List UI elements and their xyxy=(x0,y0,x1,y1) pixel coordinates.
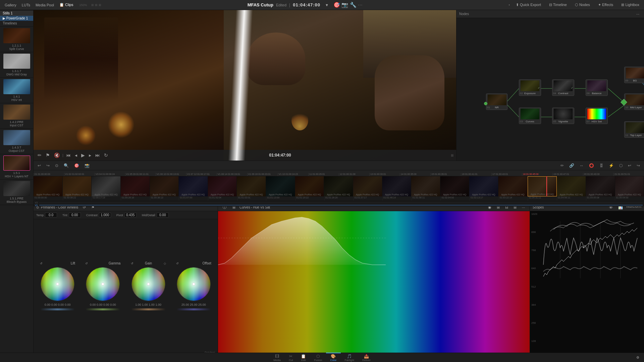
pivot-value[interactable]: 0.435 xyxy=(124,213,137,218)
node-vignette[interactable]: Vignette 05 xyxy=(552,108,574,124)
skip-back-btn[interactable]: ⏮ xyxy=(65,152,72,159)
nodes-options[interactable]: ··· xyxy=(634,11,641,17)
tint-value[interactable]: 0.00 xyxy=(69,213,81,218)
tab-cut[interactable]: ✂ Cut xyxy=(285,353,297,362)
list-item[interactable]: 1.4.2.PREInput CST xyxy=(0,103,33,129)
tab-fairlight[interactable]: 🎵 Fairlight xyxy=(341,353,358,362)
gamma-reset-icon[interactable]: ↺ xyxy=(85,262,88,265)
node-balance[interactable]: Balance 06 xyxy=(586,79,608,96)
offset-reset-icon[interactable]: ↺ xyxy=(176,262,179,265)
node-mid-layer[interactable]: Mid Layer 10 xyxy=(624,94,644,110)
clip-thumbnail[interactable]: Apple ProRes 422 HQ xyxy=(411,176,440,196)
node-hsv-set[interactable]: HSV Set 07 xyxy=(586,108,608,124)
node-nr[interactable]: NR 01 xyxy=(486,94,507,110)
tl-tool-1[interactable]: ↩ xyxy=(36,163,42,169)
nodes-btn[interactable]: ⬡ Nodes xyxy=(573,2,592,8)
settings-btn[interactable]: ⚙ xyxy=(634,355,641,360)
tab-color[interactable]: 🎨 Color xyxy=(326,353,340,362)
clip-thumbnail[interactable]: Apple ProRes 422 HQ xyxy=(324,176,353,196)
clip-thumbnail[interactable]: Apple ProRes 422 HQ xyxy=(121,176,150,196)
list-item[interactable]: 1.5.1.PREBleach Bypass xyxy=(0,180,33,205)
flag-tool[interactable]: ⚑ xyxy=(44,152,51,159)
lightbox-btn[interactable]: ⊞ Lightbox xyxy=(619,2,641,8)
sidebar-timelines[interactable]: Timelines xyxy=(0,21,33,26)
clip-thumbnail[interactable]: Apple ProRes 422 HQ xyxy=(266,176,295,196)
nav-luts[interactable]: LUTs xyxy=(20,2,32,8)
tl-tool-4[interactable]: 🔍 xyxy=(62,163,70,169)
tab-deliver[interactable]: 📤 Deliver xyxy=(358,353,375,362)
clip-thumbnail[interactable]: Apple ProRes 422 HQ xyxy=(63,176,92,196)
expand-btn[interactable]: ⊞ xyxy=(451,154,453,157)
node-top-layer[interactable]: Top Layer 11 xyxy=(624,121,644,138)
clip-thumbnail[interactable]: Apple ProRes 422 HQ xyxy=(295,176,324,196)
playhead[interactable] xyxy=(546,176,547,196)
tl-tool-r3[interactable]: ↔ xyxy=(578,163,585,169)
tab-edit[interactable]: 📋 Edit xyxy=(297,353,310,362)
tl-tool-3[interactable]: ⊙ xyxy=(54,163,60,169)
tl-tool-r9[interactable]: ↪ xyxy=(635,163,641,169)
temp-value[interactable]: 0.0 xyxy=(45,213,57,218)
clip-thumbnail[interactable]: Apple ProRes 422 HQ xyxy=(237,176,266,196)
lift-wheel[interactable] xyxy=(40,266,75,302)
timeline-btn[interactable]: ⊟ Timeline xyxy=(547,2,569,8)
gain-extra-icon[interactable]: ◇ xyxy=(164,262,166,265)
clip-thumbnail[interactable]: Apple ProRes 422 HQ xyxy=(208,176,237,196)
tl-tool-r6[interactable]: ⚡ xyxy=(607,163,615,169)
node-curves[interactable]: Curves 03 xyxy=(519,108,541,124)
loop-btn[interactable]: ↻ xyxy=(103,152,109,159)
tl-tool-r1[interactable]: ✏ xyxy=(559,163,565,169)
tl-tool-2[interactable]: ↪ xyxy=(45,163,51,169)
contrast-value[interactable]: 1.000 xyxy=(99,213,111,218)
play-btn[interactable]: ▶ xyxy=(80,152,86,159)
timeline-tracks[interactable]: Apple ProRes 422 HQ Apple ProRes 422 HQ … xyxy=(34,176,644,196)
lift-reset-icon[interactable]: ↺ xyxy=(40,262,43,265)
clip-thumbnail[interactable]: Apple ProRes 422 HQ xyxy=(440,176,470,196)
clip-thumbnail[interactable]: Apple ProRes 422 HQ xyxy=(615,176,644,196)
clip-thumbnail[interactable]: Apple ProRes 422 HQ xyxy=(150,176,179,196)
tab-fusion[interactable]: ⬡ Fusion xyxy=(310,353,326,362)
tl-tool-r7[interactable]: ⬡ xyxy=(618,163,624,169)
nav-gallery[interactable]: Gallery xyxy=(3,2,18,8)
node-contrast[interactable]: Contrast 04 ✓ xyxy=(552,79,574,96)
nav-media-pool[interactable]: Media Pool xyxy=(34,2,56,8)
prev-frame-btn[interactable]: ◂ xyxy=(73,152,78,159)
clip-thumbnail[interactable]: Apple ProRes 422 HQ xyxy=(179,176,208,196)
sidebar-powergrade1[interactable]: ▶ PowerGrade 1 xyxy=(0,16,33,21)
sidebar-stills1[interactable]: Stills 1 xyxy=(0,11,33,16)
list-item[interactable]: 1.4.3.TOutput CST xyxy=(0,129,33,154)
skip-fwd-btn[interactable]: ⏭ xyxy=(94,152,101,159)
clip-thumbnail[interactable]: Apple ProRes 422 HQ xyxy=(92,176,121,196)
clip-thumbnail-active[interactable]: Apple ProRes 422 HQ xyxy=(528,176,557,196)
list-item[interactable]: 1.5.1HSV + Layers NT xyxy=(0,154,33,180)
draw-tool[interactable]: ✏ xyxy=(36,152,43,159)
quick-export-btn[interactable]: ⬆ Quick Export xyxy=(514,2,543,8)
clip-thumbnail[interactable]: Apple ProRes 422 HQ xyxy=(34,176,63,196)
list-item[interactable]: 1.4.1HSV Int xyxy=(0,78,33,103)
node-bg[interactable]: BG 09 xyxy=(624,67,644,83)
clip-thumbnail[interactable]: Apple ProRes 422 HQ xyxy=(586,176,615,196)
tl-tool-r5[interactable]: 🎛 xyxy=(598,163,605,169)
tl-tool-r2[interactable]: 🔗 xyxy=(568,163,576,169)
list-item[interactable]: 1.2.1.1Split Curve xyxy=(0,27,33,52)
tl-tool-r4[interactable]: ⭕ xyxy=(588,163,595,169)
clip-thumbnail[interactable]: Apple ProRes 422 HQ xyxy=(382,176,412,196)
clip-thumbnail[interactable]: Apple ProRes 422 HQ xyxy=(498,176,528,196)
nav-clips[interactable]: 📋 Clips xyxy=(57,2,75,8)
offset-wheel[interactable] xyxy=(176,266,211,302)
tl-tool-6[interactable]: 📸 xyxy=(83,163,91,169)
clip-thumbnail[interactable]: Apple ProRes 422 HQ xyxy=(557,176,586,196)
gamma-wheel[interactable] xyxy=(85,266,120,302)
curves-canvas[interactable]: Input Hue 256.00 Saturation 1.00 xyxy=(218,211,530,362)
tab-media[interactable]: 🎞 Media xyxy=(269,353,285,362)
clip-thumbnail[interactable]: Apple ProRes 422 HQ xyxy=(353,176,382,196)
node-exposure[interactable]: Exposure 02 ✓ xyxy=(519,79,541,96)
tl-tool-5[interactable]: 🎯 xyxy=(73,163,80,169)
next-frame-btn[interactable]: ▸ xyxy=(88,152,93,159)
list-item[interactable]: 1.3.1.7DWG Mid Gray xyxy=(0,52,33,78)
mid-detail-value[interactable]: 0.00 xyxy=(157,213,169,218)
effects-btn[interactable]: ✦ Effects xyxy=(596,2,615,8)
tl-tool-r8[interactable]: ↩ xyxy=(627,163,633,169)
mute-btn[interactable]: 🔇 xyxy=(53,152,61,159)
timecode-dropdown[interactable]: ▼ xyxy=(323,2,331,8)
gain-reset-icon[interactable]: ↺ xyxy=(131,262,133,265)
